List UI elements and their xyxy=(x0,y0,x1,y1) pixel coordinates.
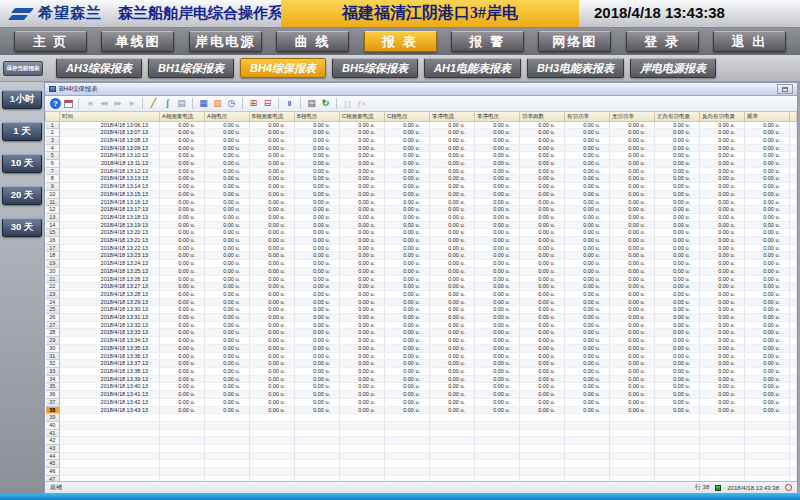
value-cell[interactable]: 0.00 u. xyxy=(430,368,475,376)
value-cell[interactable] xyxy=(520,421,565,429)
value-cell[interactable] xyxy=(430,445,475,453)
value-cell[interactable]: 0.00 u. xyxy=(205,152,250,160)
table-row[interactable]: 182018/4/18 13:23:130.00 u.0.00 u.0.00 u… xyxy=(46,252,797,260)
value-cell[interactable]: 0.00 u. xyxy=(430,375,475,383)
value-cell[interactable]: 0.00 u. xyxy=(205,383,250,391)
value-cell[interactable]: 0.00 u. xyxy=(475,198,520,206)
value-cell[interactable]: 0.00 u. xyxy=(340,237,385,245)
value-cell[interactable]: 0.00 u. xyxy=(430,337,475,345)
value-cell[interactable]: 0.00 u. xyxy=(205,344,250,352)
function-icon[interactable]: ƒ× xyxy=(356,98,367,109)
value-cell[interactable] xyxy=(655,429,700,437)
value-cell[interactable]: 0.00 u. xyxy=(385,321,430,329)
value-cell[interactable]: 0.00 u. xyxy=(385,237,430,245)
value-cell[interactable]: 0.00 u. xyxy=(655,329,700,337)
value-cell[interactable]: 0.00 u. xyxy=(205,406,250,414)
value-cell[interactable]: 0.00 u. xyxy=(745,344,790,352)
value-cell[interactable] xyxy=(475,429,520,437)
value-cell[interactable]: 0.00 u. xyxy=(430,360,475,368)
value-cell[interactable]: 0.00 u. xyxy=(700,360,745,368)
value-cell[interactable] xyxy=(565,460,610,468)
tab-bh1-protection[interactable]: BH1综保报表 xyxy=(148,58,234,78)
value-cell[interactable]: 0.00 u. xyxy=(700,183,745,191)
value-cell[interactable]: 0.00 u. xyxy=(475,368,520,376)
value-cell[interactable]: 0.00 u. xyxy=(430,206,475,214)
value-cell[interactable]: 0.00 u. xyxy=(745,190,790,198)
value-cell[interactable]: 0.00 u. xyxy=(430,144,475,152)
value-cell[interactable]: 0.00 u. xyxy=(250,314,295,322)
value-cell[interactable]: 0.00 u. xyxy=(385,213,430,221)
row-number-cell[interactable]: 9 xyxy=(46,183,60,191)
value-cell[interactable] xyxy=(655,437,700,445)
value-cell[interactable]: 0.00 u. xyxy=(700,121,745,129)
value-cell[interactable]: 0.00 u. xyxy=(340,160,385,168)
row-number-cell[interactable]: 31 xyxy=(46,352,60,360)
value-cell[interactable]: 0.00 u. xyxy=(745,213,790,221)
value-cell[interactable]: 0.00 u. xyxy=(565,375,610,383)
value-cell[interactable]: 0.00 u. xyxy=(295,398,340,406)
value-cell[interactable] xyxy=(745,452,790,460)
table-row[interactable]: 212018/4/18 13:26:130.00 u.0.00 u.0.00 u… xyxy=(46,275,797,283)
value-cell[interactable]: 0.00 u. xyxy=(700,290,745,298)
time-cell[interactable]: 2018/4/18 13:27:13 xyxy=(60,283,160,291)
value-cell[interactable]: 0.00 u. xyxy=(295,321,340,329)
time-cell[interactable]: 2018/4/18 13:23:13 xyxy=(60,252,160,260)
value-cell[interactable]: 0.00 u. xyxy=(700,260,745,268)
nav-last-icon[interactable]: ▶| xyxy=(126,98,137,109)
value-cell[interactable]: 0.00 u. xyxy=(430,283,475,291)
column-header[interactable]: B相电压 xyxy=(295,112,340,121)
value-cell[interactable]: 0.00 u. xyxy=(205,321,250,329)
value-cell[interactable] xyxy=(295,445,340,453)
value-cell[interactable]: 0.00 u. xyxy=(565,329,610,337)
value-cell[interactable] xyxy=(160,452,205,460)
print-icon[interactable]: ▤ xyxy=(306,98,317,109)
value-cell[interactable] xyxy=(295,414,340,422)
value-cell[interactable]: 0.00 u. xyxy=(745,121,790,129)
value-cell[interactable] xyxy=(385,452,430,460)
value-cell[interactable] xyxy=(385,468,430,476)
value-cell[interactable] xyxy=(475,414,520,422)
value-cell[interactable]: 0.00 u. xyxy=(295,213,340,221)
menu-item-alarms[interactable]: 报 警 xyxy=(451,31,524,52)
value-cell[interactable]: 0.00 u. xyxy=(385,190,430,198)
value-cell[interactable]: 0.00 u. xyxy=(565,244,610,252)
value-cell[interactable]: 0.00 u. xyxy=(160,360,205,368)
value-cell[interactable]: 0.00 u. xyxy=(610,283,655,291)
menu-item-reports[interactable]: 报 表 xyxy=(364,31,437,52)
value-cell[interactable]: 0.00 u. xyxy=(565,152,610,160)
value-cell[interactable]: 0.00 u. xyxy=(565,144,610,152)
value-cell[interactable]: 0.00 u. xyxy=(205,306,250,314)
value-cell[interactable]: 0.00 u. xyxy=(430,190,475,198)
value-cell[interactable] xyxy=(160,460,205,468)
value-cell[interactable]: 0.00 u. xyxy=(610,206,655,214)
value-cell[interactable] xyxy=(250,429,295,437)
value-cell[interactable] xyxy=(205,429,250,437)
value-cell[interactable]: 0.00 u. xyxy=(205,221,250,229)
value-cell[interactable]: 0.00 u. xyxy=(340,221,385,229)
row-number-cell[interactable]: 16 xyxy=(46,237,60,245)
row-number-cell[interactable]: 36 xyxy=(46,391,60,399)
value-cell[interactable]: 0.00 u. xyxy=(385,398,430,406)
tab-shore-power-report[interactable]: 岸电电源报表 xyxy=(630,58,716,78)
value-cell[interactable]: 0.00 u. xyxy=(565,136,610,144)
value-cell[interactable]: 0.00 u. xyxy=(520,129,565,137)
value-cell[interactable]: 0.00 u. xyxy=(340,383,385,391)
value-cell[interactable]: 0.00 u. xyxy=(520,221,565,229)
value-cell[interactable]: 0.00 u. xyxy=(160,175,205,183)
value-cell[interactable]: 0.00 u. xyxy=(700,221,745,229)
value-cell[interactable]: 0.00 u. xyxy=(655,121,700,129)
time-cell[interactable]: 2018/4/18 13:08:13 xyxy=(60,136,160,144)
value-cell[interactable]: 0.00 u. xyxy=(340,344,385,352)
value-cell[interactable]: 0.00 u. xyxy=(340,267,385,275)
value-cell[interactable]: 0.00 u. xyxy=(655,206,700,214)
row-number-cell[interactable]: 4 xyxy=(46,144,60,152)
value-cell[interactable]: 0.00 u. xyxy=(610,337,655,345)
value-cell[interactable]: 0.00 u. xyxy=(745,306,790,314)
value-cell[interactable]: 0.00 u. xyxy=(385,314,430,322)
value-cell[interactable]: 0.00 u. xyxy=(475,167,520,175)
value-cell[interactable]: 0.00 u. xyxy=(475,183,520,191)
value-cell[interactable]: 0.00 u. xyxy=(160,321,205,329)
row-number-cell[interactable]: 27 xyxy=(46,321,60,329)
value-cell[interactable]: 0.00 u. xyxy=(565,160,610,168)
value-cell[interactable]: 0.00 u. xyxy=(655,252,700,260)
